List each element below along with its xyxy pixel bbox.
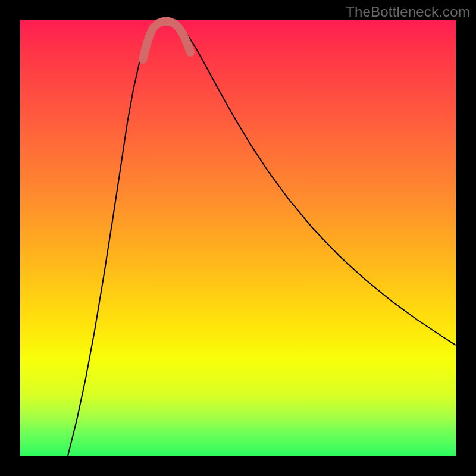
plot-area: [20, 20, 456, 456]
plot-svg: [20, 20, 456, 456]
chart-frame: TheBottleneck.com: [0, 0, 476, 476]
bottleneck-curve: [68, 21, 456, 456]
watermark-text: TheBottleneck.com: [346, 4, 470, 20]
trough-marker: [143, 21, 190, 60]
